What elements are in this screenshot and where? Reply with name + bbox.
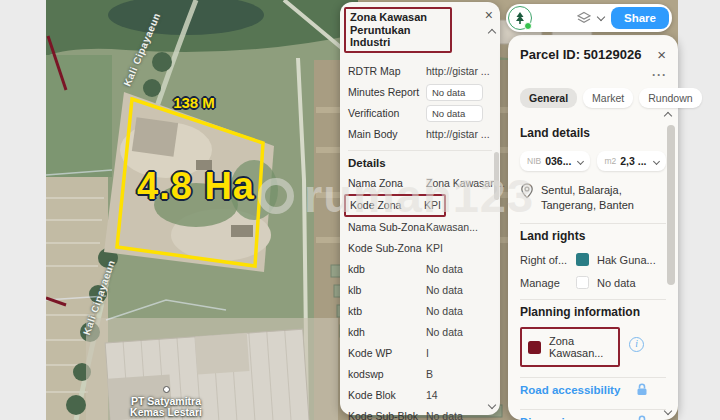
details-section-header: Details [348, 157, 492, 169]
land-rights-header: Land rights [520, 229, 666, 243]
lock-icon [636, 383, 648, 396]
lock-icon [636, 415, 648, 420]
nib-value: 036... [545, 155, 571, 167]
planning-zone-value: Zona Kawasan... [549, 335, 612, 359]
scrollbar-thumb[interactable] [494, 152, 499, 200]
map-toolbar: Share [506, 4, 672, 32]
planning-information-header: Planning information [520, 305, 666, 319]
manage-row: Manage No data [520, 276, 666, 289]
field-value-link[interactable]: http://gistar ... [426, 65, 490, 77]
location-row: Sentul, Balaraja, Tangerang, Banten [520, 183, 666, 213]
nib-dropdown[interactable]: NIB 036... [520, 151, 590, 171]
parcel-id-title: Parcel ID: 50129026 [520, 47, 666, 62]
detail-row-kode-wp: Kode WP I [348, 343, 492, 364]
scroll-up-icon[interactable] [488, 29, 496, 37]
color-swatch-dark-red [528, 341, 541, 354]
manage-value: No data [597, 277, 636, 289]
more-options-icon[interactable]: ··· [652, 68, 667, 82]
road-accessibility-link[interactable]: Road accessibility [520, 384, 620, 396]
detail-row-klb: klb No data [348, 280, 492, 301]
location-pin-icon [520, 183, 534, 199]
tab-market[interactable]: Market [583, 88, 633, 108]
land-details-header: Land details [520, 126, 666, 140]
detail-row-kode-sub-zona: Kode Sub-Zona KPI [348, 238, 492, 259]
close-icon[interactable]: × [485, 9, 493, 21]
status-dot [524, 22, 532, 30]
detail-row-nama-sub-zona: Nama Sub-Zona Kawasan... [348, 217, 492, 238]
parcel-info-panel: Parcel ID: 50129026 × ··· General Market… [508, 35, 678, 420]
detail-row-nama-zona: Nama Zona Zona Kawasan... [348, 173, 492, 194]
tab-rundown[interactable]: Rundown [639, 88, 701, 108]
location-text: Sentul, Balaraja, Tangerang, Banten [541, 183, 659, 213]
chevron-down-icon [652, 157, 659, 164]
detail-row-kdb: kdb No data [348, 259, 492, 280]
dimensions-link[interactable]: Dimensions [520, 416, 585, 420]
chevron-down-icon[interactable] [597, 13, 605, 21]
field-row-rdtr-map: RDTR Map http://gistar ... [348, 61, 492, 82]
field-label: Minutes Report [348, 86, 426, 98]
zona-panel-title: Zona Kawasan Peruntukan Industri [344, 7, 452, 53]
right-of-value: Hak Guna... [597, 254, 656, 266]
detail-row-kodswp: kodswp B [348, 364, 492, 385]
field-label: Verification [348, 107, 426, 119]
detail-row-kdh: kdh No data [348, 322, 492, 343]
layers-icon[interactable] [577, 11, 591, 25]
scroll-down-icon[interactable] [664, 407, 672, 415]
field-row-minutes-report: Minutes Report No data [348, 82, 492, 103]
parcel-tabs: General Market Rundown [520, 88, 666, 108]
color-swatch-white[interactable] [576, 276, 589, 289]
field-label: Main Body [348, 128, 426, 140]
scrollbar-thumb[interactable] [667, 125, 675, 285]
area-prefix: m2 [604, 156, 616, 166]
dimensions-row: Dimensions [520, 415, 666, 420]
right-of-row: Right of... Hak Guna... [520, 253, 666, 266]
detail-row-kode-blok: Kode Blok 14 [348, 385, 492, 406]
manage-label: Manage [520, 277, 568, 289]
minutes-report-input[interactable]: No data [426, 84, 483, 101]
right-of-label: Right of... [520, 254, 568, 266]
verification-input[interactable]: No data [426, 105, 483, 122]
tab-general[interactable]: General [520, 88, 577, 108]
planning-zone-row-highlighted[interactable]: Zona Kawasan... [520, 327, 620, 367]
field-value-link[interactable]: http://gistar ... [426, 128, 490, 140]
app-window: 138 M 4.8 Ha Kali Cipayaeun Kali Cipayae… [0, 0, 720, 420]
nib-prefix: NIB [527, 156, 541, 166]
field-row-verification: Verification No data [348, 103, 492, 124]
field-label: RDTR Map [348, 65, 426, 77]
info-icon[interactable]: i [629, 337, 644, 352]
chevron-down-icon [577, 157, 584, 164]
detail-row-kode-sub-blok: Kode Sub-Blok No data [348, 406, 492, 420]
app-logo-icon[interactable] [508, 6, 532, 30]
close-icon[interactable]: × [657, 48, 666, 61]
scroll-up-icon[interactable] [664, 112, 672, 120]
field-row-main-body: Main Body http://gistar ... [348, 124, 492, 145]
detail-row-kode-zona-highlighted: Kode Zona KPI [344, 194, 446, 217]
color-swatch-teal [576, 253, 589, 266]
area-value: 2,3 ... [620, 155, 646, 167]
share-button[interactable]: Share [611, 7, 669, 29]
area-dropdown[interactable]: m2 2,3 ... [597, 151, 665, 171]
zona-detail-panel: Zona Kawasan Peruntukan Industri × RDTR … [340, 2, 500, 415]
detail-row-ktb: ktb No data [348, 301, 492, 322]
road-accessibility-row: Road accessibility [520, 383, 666, 396]
